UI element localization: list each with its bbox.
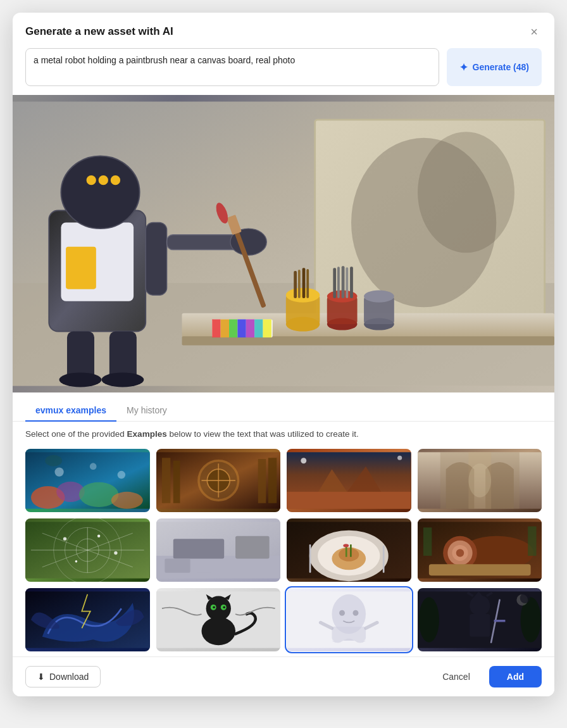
svg-rect-33	[333, 268, 336, 298]
thumbnail-item[interactable]	[156, 588, 281, 651]
thumbnail-item[interactable]	[25, 588, 150, 651]
svg-rect-32	[306, 269, 309, 298]
svg-rect-106	[383, 545, 385, 572]
thumbnail-item[interactable]	[25, 518, 150, 582]
thumbnail-item[interactable]	[287, 449, 411, 512]
svg-rect-63	[268, 458, 276, 503]
svg-point-104	[343, 544, 349, 547]
svg-rect-30	[298, 270, 301, 298]
thumbnail-item[interactable]	[25, 449, 150, 512]
svg-point-78	[468, 463, 491, 498]
svg-rect-62	[258, 459, 266, 503]
svg-point-87	[63, 537, 66, 540]
svg-point-144	[520, 593, 530, 603]
svg-point-89	[114, 551, 117, 554]
svg-rect-93	[173, 539, 223, 558]
close-button[interactable]: ×	[526, 24, 542, 39]
examples-description: Select one of the provided Examples belo…	[13, 422, 554, 444]
main-image	[13, 95, 554, 392]
tab-history-label: My history	[127, 405, 167, 415]
svg-rect-95	[165, 558, 190, 572]
generate-asset-modal: Generate a new asset with AI × ✦ Generat…	[13, 13, 554, 696]
svg-rect-103	[350, 544, 352, 557]
tab-examples[interactable]: evmux examples	[25, 399, 116, 422]
modal-footer: ⬇ Download Cancel Add	[13, 656, 554, 696]
tab-history[interactable]: My history	[116, 399, 177, 422]
svg-point-49	[101, 372, 144, 387]
svg-rect-37	[350, 267, 353, 298]
svg-rect-42	[237, 319, 246, 337]
svg-point-56	[90, 463, 97, 470]
svg-point-4	[418, 132, 514, 253]
prompt-textarea[interactable]	[25, 48, 439, 86]
svg-rect-35	[342, 266, 345, 298]
svg-point-90	[75, 560, 78, 563]
svg-point-55	[54, 467, 63, 476]
download-button[interactable]: ⬇ Download	[25, 666, 101, 687]
svg-point-88	[97, 534, 100, 537]
modal-title: Generate a new asset with AI	[25, 25, 173, 38]
svg-point-112	[456, 549, 464, 557]
svg-rect-115	[528, 526, 536, 555]
svg-point-101	[339, 548, 359, 561]
cancel-button[interactable]: Cancel	[430, 667, 483, 687]
tabs-row: evmux examples My history	[13, 399, 554, 422]
svg-point-124	[223, 606, 225, 608]
tab-examples-label: evmux examples	[35, 405, 106, 415]
desc-bold: Examples	[127, 429, 167, 439]
svg-rect-41	[229, 319, 237, 337]
svg-point-123	[213, 606, 215, 608]
svg-rect-31	[302, 268, 306, 298]
svg-point-48	[59, 372, 102, 387]
svg-rect-44	[254, 319, 263, 337]
svg-rect-36	[346, 267, 348, 298]
thumbnail-item[interactable]	[287, 518, 411, 582]
add-button[interactable]: Add	[489, 666, 542, 687]
svg-rect-102	[346, 545, 347, 556]
desc-text2: below to view the text that was utilized…	[167, 429, 359, 439]
svg-rect-105	[309, 544, 311, 573]
svg-rect-46	[67, 332, 94, 380]
svg-rect-14	[146, 223, 166, 296]
thumbnail-item[interactable]	[418, 449, 542, 512]
thumbnail-item[interactable]	[287, 588, 411, 651]
svg-point-129	[339, 610, 345, 615]
svg-rect-45	[263, 319, 271, 337]
generate-button[interactable]: ✦ Generate (48)	[447, 48, 542, 86]
download-button-label: Download	[49, 672, 89, 682]
svg-point-28	[364, 291, 394, 303]
svg-rect-72	[287, 491, 411, 508]
svg-point-130	[353, 610, 359, 615]
svg-rect-9	[66, 247, 96, 289]
thumbnail-grid	[13, 444, 554, 656]
svg-point-54	[111, 491, 143, 508]
robot-scene-bg	[13, 95, 554, 392]
modal-header: Generate a new asset with AI ×	[13, 13, 554, 48]
robot-scene-svg	[13, 95, 554, 392]
download-icon: ⬇	[37, 672, 45, 682]
footer-actions: Cancel Add	[430, 666, 542, 687]
svg-point-73	[301, 458, 306, 463]
svg-rect-113	[428, 564, 530, 575]
svg-point-12	[99, 175, 108, 185]
svg-rect-47	[109, 332, 137, 380]
svg-rect-96	[196, 560, 213, 573]
svg-point-57	[118, 470, 126, 479]
svg-point-13	[111, 175, 120, 185]
thumbnail-item[interactable]	[418, 518, 542, 582]
thumbnail-item[interactable]	[156, 518, 281, 582]
svg-point-74	[397, 455, 402, 460]
svg-rect-6	[182, 336, 555, 345]
thumbnail-item[interactable]	[156, 449, 281, 512]
svg-point-10	[61, 156, 139, 229]
svg-point-134	[470, 595, 490, 615]
desc-text: Select one of the provided	[25, 429, 127, 439]
thumbnail-item[interactable]	[418, 588, 542, 651]
svg-point-11	[87, 175, 96, 185]
generate-icon: ✦	[459, 61, 468, 73]
svg-rect-40	[221, 319, 229, 337]
prompt-row: ✦ Generate (48)	[13, 48, 554, 95]
svg-rect-34	[337, 267, 340, 298]
generate-button-label: Generate (48)	[473, 62, 529, 72]
svg-point-141	[418, 597, 439, 642]
